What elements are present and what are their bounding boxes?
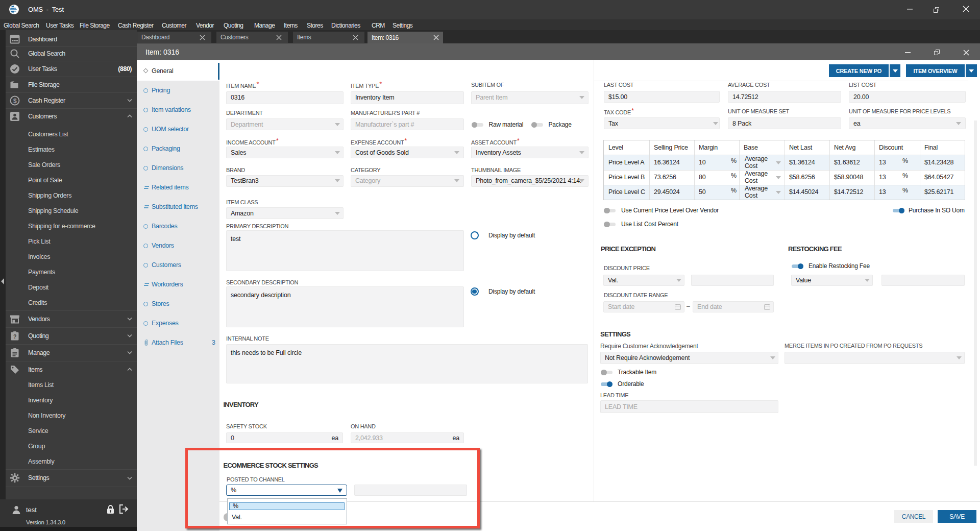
svg-text:$: $ [13,98,17,105]
svg-text:?: ? [13,333,16,340]
